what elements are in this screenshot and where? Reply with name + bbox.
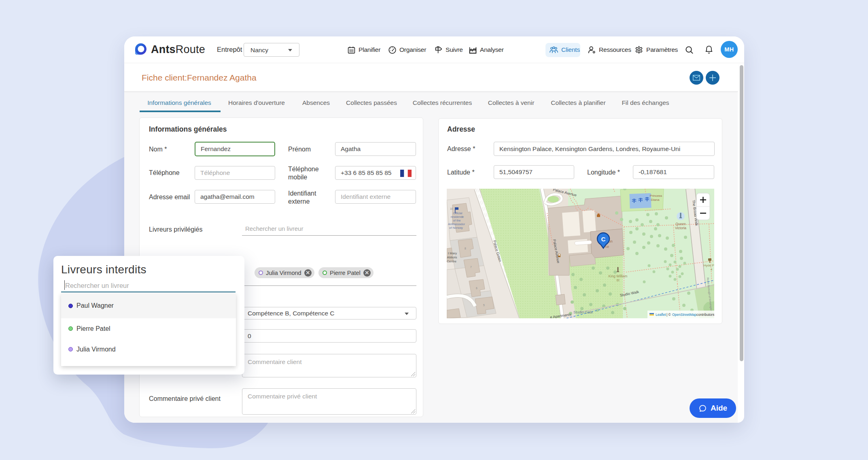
svg-text:7: 7: [470, 266, 472, 268]
svg-text:Centre: Centre: [447, 260, 457, 263]
svg-text:6: 6: [476, 287, 478, 290]
svg-text:5: 5: [483, 304, 485, 307]
svg-text:10: 10: [450, 207, 453, 210]
svg-text:contributors: contributors: [696, 313, 714, 317]
svg-text:4: 4: [711, 268, 713, 271]
svg-text:t Mary: t Mary: [448, 251, 457, 255]
svg-text:OpenStreetMap: OpenStreetMap: [672, 313, 696, 317]
svg-text:C: C: [601, 236, 606, 243]
svg-text:King William: King William: [609, 274, 628, 278]
svg-text:| ©: | ©: [666, 313, 671, 317]
svg-text:III: III: [616, 278, 619, 282]
svg-text:residence: residence: [451, 215, 464, 219]
svg-text:Princess: Princess: [650, 194, 662, 198]
svg-text:Abbots: Abbots: [447, 256, 457, 259]
svg-text:Leaflet: Leaflet: [656, 313, 666, 317]
svg-text:Diana: Diana: [651, 198, 660, 202]
svg-text:Official: Official: [453, 211, 463, 215]
svg-text:Ambassador: Ambassador: [448, 222, 465, 226]
svg-text:Victoria: Victoria: [675, 226, 686, 230]
svg-text:Queen: Queen: [675, 222, 686, 226]
svg-text:Hyde Pa: Hyde Pa: [704, 264, 714, 267]
svg-text:of Norway: of Norway: [449, 226, 463, 230]
svg-text:Studio·Gate: Studio·Gate: [573, 310, 593, 314]
svg-text:8: 8: [465, 247, 466, 250]
svg-text:of the: of the: [453, 219, 461, 222]
